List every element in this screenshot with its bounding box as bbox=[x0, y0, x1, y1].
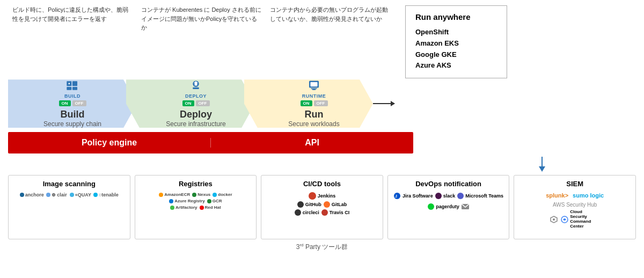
deploy-subtitle: Secure infrastructure bbox=[166, 120, 225, 128]
image-scanning-card: Image scanning anchore ⊕ clair «QUAY bbox=[8, 175, 130, 239]
deploy-icon bbox=[188, 79, 204, 92]
gitlab-logo: GitLab bbox=[324, 201, 347, 208]
aws-security-hub-logo bbox=[550, 210, 558, 229]
build-description: ビルド時に、Policyに違反した構成や、脆弱性を見つけて開発者にエラーを返す bbox=[8, 5, 137, 32]
deploy-title: Deploy bbox=[180, 109, 212, 120]
slack-logo: slack bbox=[435, 192, 456, 200]
cicd-logos: Jenkins GitHub GitLab circleci Travis CI bbox=[267, 192, 377, 216]
run-toggle-on[interactable]: ON bbox=[301, 100, 312, 106]
policy-api-bar: Policy engine API bbox=[8, 132, 413, 153]
circleci-logo: circleci bbox=[295, 209, 319, 216]
vertical-arrow-line bbox=[541, 157, 543, 166]
nexus-logo: Nexus bbox=[192, 192, 210, 197]
amazon-ecr-logo: AmazonECR bbox=[159, 192, 190, 197]
cicd-title: CI/CD tools bbox=[267, 180, 377, 188]
siem-logos: splunk> sumo logic AWS Security Hub bbox=[519, 192, 630, 229]
redhat-logo: Red Hat bbox=[200, 205, 221, 210]
run-anywhere-arrow bbox=[373, 103, 394, 104]
run-title: Run bbox=[304, 109, 323, 120]
run-anywhere-openshift: OpenShift bbox=[415, 27, 497, 38]
anchore-logo: anchore bbox=[20, 192, 44, 197]
run-anywhere-eks: Amazon EKS bbox=[415, 38, 497, 49]
build-icon bbox=[64, 79, 80, 92]
build-toggle-on[interactable]: ON bbox=[59, 100, 71, 106]
build-title: Build bbox=[60, 109, 84, 120]
svg-rect-7 bbox=[193, 87, 199, 89]
run-toggle-off[interactable]: OFF bbox=[314, 100, 328, 106]
devops-title: DevOps notification bbox=[393, 180, 504, 188]
email-logo bbox=[462, 203, 469, 210]
devops-logos: J Jira Software slack Microsoft Teams bbox=[393, 192, 504, 211]
cloud-security-logo: Cloud Security Command Center bbox=[561, 210, 599, 229]
build-toggle-off[interactable]: OFF bbox=[72, 100, 86, 106]
run-anywhere-title: Run anywhere bbox=[415, 12, 497, 21]
svg-rect-1 bbox=[72, 81, 77, 86]
run-toggles: ON OFF bbox=[301, 100, 328, 106]
run-subtitle: Secure workloads bbox=[288, 120, 339, 128]
aws-security-hub-label: AWS Security Hub bbox=[519, 202, 630, 208]
svg-point-16 bbox=[553, 218, 555, 221]
registries-logos: AmazonECR Nexus docker Azure Registry GC… bbox=[141, 192, 251, 210]
svg-text:J: J bbox=[395, 194, 397, 198]
build-subtitle: Secure supply chain bbox=[43, 120, 101, 128]
run-anywhere-gke: Google GKE bbox=[415, 49, 497, 61]
deploy-toggles: ON OFF bbox=[182, 100, 210, 106]
jenkins-logo: Jenkins bbox=[309, 192, 336, 200]
pipeline-row: BUILD ON OFF Build Secure supply chain bbox=[8, 79, 636, 128]
image-scanning-title: Image scanning bbox=[14, 180, 125, 188]
run-description: コンテナ内から必要の無いプログラムが起動していないか、脆弱性が発見されてないか bbox=[266, 5, 394, 32]
svg-rect-2 bbox=[67, 87, 71, 90]
gcr-logo: GCR bbox=[207, 199, 222, 203]
runtime-icon bbox=[306, 79, 322, 92]
splunk-logo: splunk> bbox=[546, 192, 568, 199]
run-anywhere-aks: Azure AKS bbox=[415, 60, 497, 71]
azure-registry-logo: Azure Registry bbox=[169, 199, 204, 203]
policy-engine-label: Policy engine bbox=[8, 138, 211, 148]
runtime-badge: RUNTIME bbox=[302, 93, 326, 99]
registries-card: Registries AmazonECR Nexus docker Azure … bbox=[135, 175, 257, 239]
clair-logo: ⊕ clair bbox=[46, 192, 67, 197]
registries-title: Registries bbox=[141, 180, 251, 188]
jira-logo: J Jira Software bbox=[393, 192, 433, 200]
svg-rect-11 bbox=[311, 89, 317, 90]
svg-rect-9 bbox=[310, 82, 317, 86]
svg-rect-3 bbox=[72, 87, 77, 90]
docker-logo: docker bbox=[213, 192, 232, 197]
top-row: ビルド時に、Policyに違反した構成や、脆弱性を見つけて開発者にエラーを返す … bbox=[8, 5, 636, 78]
build-badge: BUILD bbox=[64, 93, 80, 99]
sumo-logo: sumo logic bbox=[573, 192, 604, 199]
cicd-card: CI/CD tools Jenkins GitHub GitLab circle… bbox=[261, 175, 383, 239]
devops-card: DevOps notification J Jira Software slac… bbox=[387, 175, 510, 239]
teams-logo: Microsoft Teams bbox=[457, 192, 503, 200]
build-toggles: ON OFF bbox=[59, 100, 86, 106]
tools-section: Image scanning anchore ⊕ clair «QUAY bbox=[8, 175, 636, 239]
deploy-toggle-off[interactable]: OFF bbox=[196, 100, 210, 106]
deploy-stage: DEPLOY ON OFF Deploy Secure infrastructu… bbox=[126, 79, 255, 128]
run-anywhere-box: Run anywhere OpenShift Amazon EKS Google… bbox=[405, 5, 507, 78]
run-stage: RUNTIME ON OFF Run Secure workloads bbox=[244, 79, 373, 128]
api-label: API bbox=[211, 138, 413, 148]
build-stage: BUILD ON OFF Build Secure supply chain bbox=[8, 79, 137, 128]
tenable-logo: ○tenable bbox=[93, 192, 119, 197]
vertical-arrow bbox=[228, 157, 645, 172]
siem-title: SIEM bbox=[519, 180, 630, 188]
deploy-toggle-on[interactable]: ON bbox=[182, 100, 194, 106]
artifactory-logo: Artifactory bbox=[170, 205, 197, 210]
deploy-description: コンテナが Kuberentes に Deploy される前にイメージに問題が無… bbox=[137, 5, 266, 32]
vertical-arrow-head bbox=[539, 166, 545, 172]
svg-rect-4 bbox=[69, 83, 70, 84]
pagerduty-logo: pagerduty bbox=[428, 203, 459, 210]
siem-card: SIEM splunk> sumo logic AWS Security Hub bbox=[514, 175, 636, 239]
main-container: ビルド時に、Policyに違反した構成や、脆弱性を見つけて開発者にエラーを返す … bbox=[0, 0, 644, 257]
travis-logo: Travis CI bbox=[321, 209, 350, 216]
descriptions-area: ビルド時に、Policyに違反した構成や、脆弱性を見つけて開発者にエラーを返す … bbox=[8, 5, 394, 32]
deploy-badge: DEPLOY bbox=[185, 93, 207, 99]
image-scanning-logos: anchore ⊕ clair «QUAY ○tenable bbox=[14, 192, 125, 199]
github-logo: GitHub bbox=[297, 201, 321, 208]
third-party-label: 3rd Party ツール群 bbox=[8, 243, 636, 252]
quay-logo: «QUAY bbox=[70, 192, 91, 197]
